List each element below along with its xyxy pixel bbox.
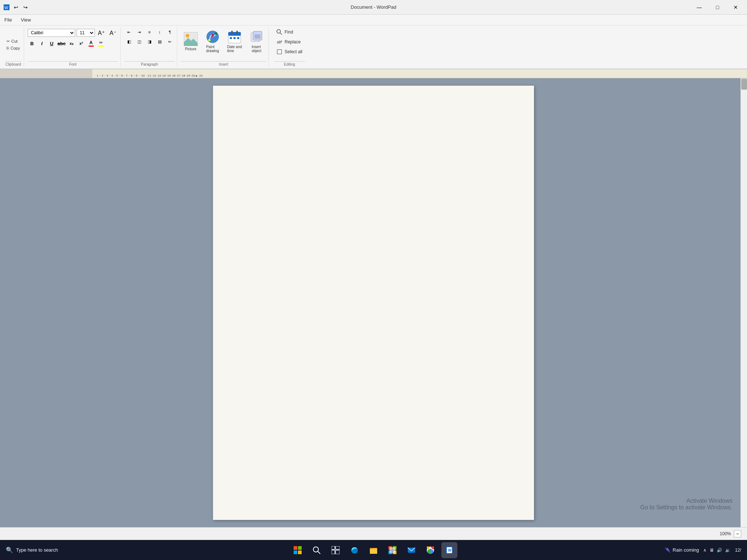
font-section: Calibri 11 A⁺ A⁻ B I U abc x₂ x² A: [26, 27, 121, 67]
wordpad-taskbar-button[interactable]: W: [441, 542, 457, 558]
align-right-button[interactable]: ◨: [145, 37, 154, 46]
svg-rect-23: [294, 546, 297, 550]
wordpad-taskbar-icon: W: [445, 546, 453, 554]
line-spacing-button[interactable]: ↕: [155, 28, 165, 36]
italic-button[interactable]: I: [38, 39, 46, 48]
justify-button[interactable]: ▤: [155, 37, 165, 46]
document-page[interactable]: [213, 86, 534, 520]
svg-text:🛒: 🛒: [391, 548, 395, 553]
align-left-button[interactable]: ◧: [124, 37, 134, 46]
svg-rect-14: [233, 37, 236, 39]
microsoft-store-button[interactable]: 🛒: [384, 542, 400, 558]
maximize-button[interactable]: □: [709, 2, 726, 13]
select-all-button[interactable]: Select all: [274, 47, 305, 56]
bullets-button[interactable]: ≡: [145, 28, 154, 36]
align-center-button[interactable]: ◫: [135, 37, 144, 46]
clock[interactable]: 12/: [735, 548, 741, 553]
ruler-marks-container: · 1 · · 2 · · 3 · · 4 · · 5 · · 6 · · 7 …: [92, 69, 204, 78]
date-time-button[interactable]: Date andtime: [225, 28, 245, 55]
quick-access-toolbar: ↩ ↪: [12, 3, 30, 12]
paragraph-row-1: ⇤ ⇥ ≡ ↕ ¶: [124, 28, 175, 36]
insert-section: Picture Paintdrawing: [179, 27, 269, 67]
font-family-select[interactable]: Calibri: [28, 29, 75, 37]
time-display: 12/: [735, 548, 741, 553]
magnify-icon: [313, 546, 321, 554]
taskbar-search-button[interactable]: [309, 542, 325, 558]
chevron-up-icon[interactable]: ∧: [703, 548, 707, 553]
replace-button[interactable]: ab Replace: [274, 38, 305, 46]
svg-rect-15: [237, 37, 239, 39]
scrollbar-thumb[interactable]: [741, 79, 747, 90]
decrease-indent-button[interactable]: ⇤: [124, 28, 134, 36]
cut-button[interactable]: ✂ Cut: [5, 38, 22, 44]
increase-indent-button[interactable]: ⇥: [135, 28, 144, 36]
chrome-button[interactable]: [422, 542, 438, 558]
svg-line-20: [280, 33, 282, 35]
start-button[interactable]: [290, 542, 306, 558]
window-controls: — □ ✕: [691, 2, 744, 13]
paragraph-section: ⇤ ⇥ ≡ ↕ ¶ ◧ ◫ ◨ ▤ ⇐ Paragraph: [122, 27, 177, 67]
speaker-icon[interactable]: 🔊: [717, 548, 722, 553]
insert-row: Picture Paintdrawing: [181, 28, 267, 55]
menu-view[interactable]: View: [16, 16, 35, 24]
svg-point-4: [186, 34, 189, 38]
font-row-2: B I U abc x₂ x² A ✏: [28, 39, 118, 48]
network-icon[interactable]: 🖥: [709, 548, 714, 553]
ribbon: ✂ Cut ⎘ Copy Clipboard Calibri 11: [0, 26, 747, 69]
svg-point-7: [208, 39, 210, 41]
highlight-color-button[interactable]: ✏: [97, 39, 105, 48]
grow-font-button[interactable]: A⁺: [96, 28, 107, 38]
picture-label: Picture: [185, 47, 196, 51]
superscript-button[interactable]: x²: [77, 39, 86, 48]
font-color-button[interactable]: A: [87, 39, 96, 48]
redo-button[interactable]: ↪: [21, 3, 30, 12]
highlight-color-indicator: [98, 46, 104, 47]
paragraph-settings-button[interactable]: ¶: [165, 28, 175, 36]
rtl-button[interactable]: ⇐: [165, 37, 175, 46]
find-icon: [276, 29, 282, 35]
weather-widget[interactable]: 🌂 Rain coming: [665, 547, 699, 553]
bold-button[interactable]: B: [28, 39, 36, 48]
menu-file[interactable]: File: [0, 16, 16, 24]
svg-rect-22: [277, 50, 282, 54]
clipboard-buttons: ✂ Cut ⎘ Copy: [5, 28, 22, 61]
zoom-out-button[interactable]: −: [734, 530, 741, 537]
insert-object-label: Insertobject: [252, 45, 262, 53]
systray-icons: ∧ 🖥 🔊 🔉: [703, 548, 731, 553]
ruler-inner: · 1 · · 2 · · 3 · · 4 · · 5 · · 6 · · 7 …: [92, 69, 747, 78]
svg-rect-24: [298, 546, 302, 550]
mail-icon: [407, 546, 415, 554]
underline-button[interactable]: U: [47, 39, 56, 48]
scrollbar[interactable]: [740, 78, 747, 527]
weather-text: Rain coming: [673, 547, 699, 553]
picture-button[interactable]: Picture: [181, 30, 201, 53]
editing-buttons: Find ab Replace Select all: [274, 28, 305, 56]
copy-button[interactable]: ⎘ Copy: [5, 45, 22, 51]
mail-button[interactable]: [403, 542, 419, 558]
menu-bar: File View: [0, 15, 747, 26]
close-button[interactable]: ✕: [727, 2, 744, 13]
svg-text:ab: ab: [277, 40, 281, 44]
search-placeholder[interactable]: Type here to search: [16, 547, 58, 553]
insert-label: Insert: [181, 61, 267, 66]
svg-point-19: [277, 30, 280, 33]
find-button[interactable]: Find: [274, 28, 305, 36]
insert-object-button[interactable]: Insertobject: [247, 28, 266, 55]
app-icon: W: [3, 4, 10, 11]
system-tray: 🌂 Rain coming ∧ 🖥 🔊 🔉 12/: [665, 547, 741, 553]
title-bar: W ↩ ↪ Document - WordPad — □ ✕: [0, 0, 747, 15]
file-explorer-button[interactable]: [365, 542, 382, 558]
svg-rect-30: [336, 546, 340, 549]
strikethrough-button[interactable]: abc: [57, 39, 66, 48]
subscript-button[interactable]: x₂: [67, 39, 76, 48]
minimize-button[interactable]: —: [691, 2, 708, 13]
font-size-select[interactable]: 11: [77, 29, 95, 37]
paint-icon: [205, 30, 220, 44]
copy-icon: ⎘: [7, 46, 9, 50]
task-view-button[interactable]: [328, 542, 344, 558]
undo-button[interactable]: ↩: [12, 3, 20, 12]
edge-button[interactable]: [347, 542, 363, 558]
shrink-font-button[interactable]: A⁻: [108, 28, 118, 38]
paint-drawing-button[interactable]: Paintdrawing: [203, 28, 222, 55]
volume-icon[interactable]: 🔉: [725, 548, 731, 553]
